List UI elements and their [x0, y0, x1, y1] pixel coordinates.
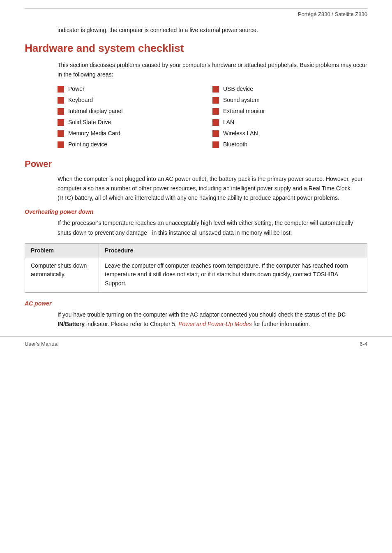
checklist-item-label: Pointing device — [68, 140, 107, 149]
bullet-icon — [58, 108, 64, 115]
checklist-item-label: Memory Media Card — [68, 129, 120, 138]
list-item: Solid State Drive — [58, 118, 212, 127]
bullet-icon — [58, 86, 64, 93]
power-section-title: Power — [25, 159, 367, 169]
list-item: Wireless LAN — [212, 129, 367, 138]
checklist-item-label: Sound system — [223, 96, 260, 104]
ac-power-body: If you have trouble turning on the compu… — [58, 310, 367, 329]
table-row: Computer shuts down automatically. Leave… — [25, 257, 367, 292]
overheating-body: If the processor's temperature reaches a… — [58, 218, 367, 237]
checklist-item-label: LAN — [223, 118, 234, 127]
page-container: Portégé Z830 / Satellite Z830 indicator … — [0, 0, 392, 359]
checklist-left: Power Keyboard Internal display panel So… — [58, 85, 212, 151]
checklist-item-label: USB device — [223, 85, 253, 93]
bullet-icon — [212, 108, 219, 115]
power-body: When the computer is not plugged into an… — [58, 174, 367, 203]
bullet-icon — [212, 86, 219, 93]
header-title: Portégé Z830 / Satellite Z830 — [298, 11, 367, 17]
ac-power-text-end: for further information. — [252, 321, 310, 327]
bullet-icon — [58, 119, 64, 126]
checklist-item-label: Wireless LAN — [223, 129, 258, 138]
intro-text: indicator is glowing, the computer is co… — [58, 27, 258, 33]
overheating-table: Problem Procedure Computer shuts down au… — [25, 243, 367, 293]
list-item: USB device — [212, 85, 367, 93]
table-col-procedure: Procedure — [99, 243, 367, 257]
list-item: External monitor — [212, 107, 367, 116]
page-header: Portégé Z830 / Satellite Z830 — [25, 8, 367, 21]
list-item: LAN — [212, 118, 367, 127]
main-section-title: Hardware and system checklist — [25, 42, 367, 55]
checklist-item-label: Internal display panel — [68, 107, 122, 116]
overheating-table-container: Problem Procedure Computer shuts down au… — [25, 243, 367, 293]
bullet-icon — [212, 130, 219, 137]
ac-power-link[interactable]: Power and Power-Up Modes — [178, 321, 252, 327]
list-item: Memory Media Card — [58, 129, 212, 138]
section-description: This section discusses problems caused b… — [58, 60, 367, 79]
checklist-item-label: Power — [68, 85, 85, 93]
list-item: Pointing device — [58, 140, 212, 149]
ac-power-text-mid: indicator. Please refer to Chapter 5, — [85, 321, 178, 327]
bullet-icon — [212, 97, 219, 104]
ac-power-text-start: If you have trouble turning on the compu… — [58, 311, 337, 318]
table-cell-problem: Computer shuts down automatically. — [25, 257, 99, 292]
bullet-icon — [212, 141, 219, 148]
list-item: Internal display panel — [58, 107, 212, 116]
intro-paragraph: indicator is glowing, the computer is co… — [58, 25, 367, 35]
page-footer: User's Manual 6-4 — [0, 336, 392, 351]
bullet-icon — [58, 97, 64, 104]
footer-left: User's Manual — [25, 341, 59, 347]
bullet-icon — [212, 119, 219, 126]
table-cell-procedure: Leave the computer off computer reaches … — [99, 257, 367, 292]
list-item: Bluetooth — [212, 140, 367, 149]
checklist-item-label: Solid State Drive — [68, 118, 111, 127]
list-item: Power — [58, 85, 212, 93]
bullet-icon — [58, 141, 64, 148]
ac-power-title: AC power — [25, 300, 367, 307]
checklist-right: USB device Sound system External monitor… — [212, 85, 367, 151]
footer-right: 6-4 — [360, 341, 367, 347]
overheating-title: Overheating power down — [25, 208, 367, 215]
list-item: Keyboard — [58, 96, 212, 104]
checklist-item-label: External monitor — [223, 107, 265, 116]
table-col-problem: Problem — [25, 243, 99, 257]
checklist-container: Power Keyboard Internal display panel So… — [58, 85, 367, 151]
checklist-item-label: Keyboard — [68, 96, 93, 104]
checklist-item-label: Bluetooth — [223, 140, 247, 149]
list-item: Sound system — [212, 96, 367, 104]
bullet-icon — [58, 130, 64, 137]
